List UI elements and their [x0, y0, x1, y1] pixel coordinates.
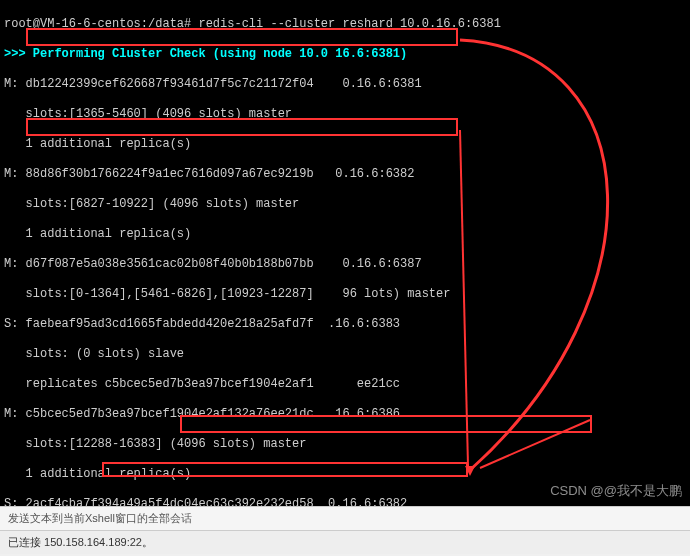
output-line: slots:[6827-10922] (4096 slots) master — [4, 197, 686, 212]
output-line: S: faebeaf95ad3cd1665fabdedd420e218a25af… — [4, 317, 314, 331]
node-addr: .16.6:6383 — [314, 317, 400, 331]
output-line: S: 2acf4cba7f394a49a5f4dc04ec63c392e232e… — [4, 497, 314, 506]
output-line: slots:[1365-5460] (4096 slots) master — [4, 107, 686, 122]
output-line: slots: (0 slots) slave — [4, 347, 686, 362]
input-hint-bar[interactable]: 发送文本到当前Xshell窗口的全部会话 — [0, 506, 690, 530]
connection-status-text: 已连接 150.158.164.189:22。 — [8, 536, 153, 548]
output-line: >>> Performing Cluster Check (using node… — [4, 47, 686, 62]
output-line: replicates c5bcec5ed7b3ea97bcef1904e2af1… — [4, 377, 686, 392]
output-line: slots:[0-1364],[5461-6826],[10923-12287]… — [4, 287, 686, 302]
connection-status-bar: 已连接 150.158.164.189:22。 — [0, 530, 690, 554]
output-line: M: 88d86f30b1766224f9a1ec7616d097a67ec92… — [4, 167, 314, 181]
annotation-arrows — [0, 0, 690, 506]
node-role: M: — [4, 77, 26, 91]
shell-prompt: root@VM-16-6-centos:/data# — [4, 17, 198, 31]
node-id: d67f087e5a038e3561cac02b08f40b0b188b07bb — [26, 257, 314, 271]
output-line: 1 additional replica(s) — [4, 227, 686, 242]
node-addr: 0.16.6:6387 — [314, 257, 422, 271]
node-addr: 0.16.6:6382 — [314, 167, 415, 181]
node-addr: 0.16.6:6381 — [314, 77, 422, 91]
command-text: redis-cli --cluster reshard 10.0.16.6:63… — [198, 17, 500, 31]
output-line: 1 additional replica(s) — [4, 137, 686, 152]
node-id: db12242399cef626687f93461d7f5c7c21172f04 — [26, 77, 314, 91]
node-addr: .16.6:6386 — [314, 407, 400, 421]
output-line: 1 additional replica(s) — [4, 467, 686, 482]
terminal-output[interactable]: root@VM-16-6-centos:/data# redis-cli --c… — [0, 0, 690, 506]
output-line: M: c5bcec5ed7b3ea97bcef1904e2af132a76ee2… — [4, 407, 314, 421]
output-line: slots:[12288-16383] (4096 slots) master — [4, 437, 686, 452]
input-hint-text: 发送文本到当前Xshell窗口的全部会话 — [8, 512, 192, 524]
node-role: M: — [4, 257, 26, 271]
node-addr: 0.16.6:6382 — [314, 497, 408, 506]
